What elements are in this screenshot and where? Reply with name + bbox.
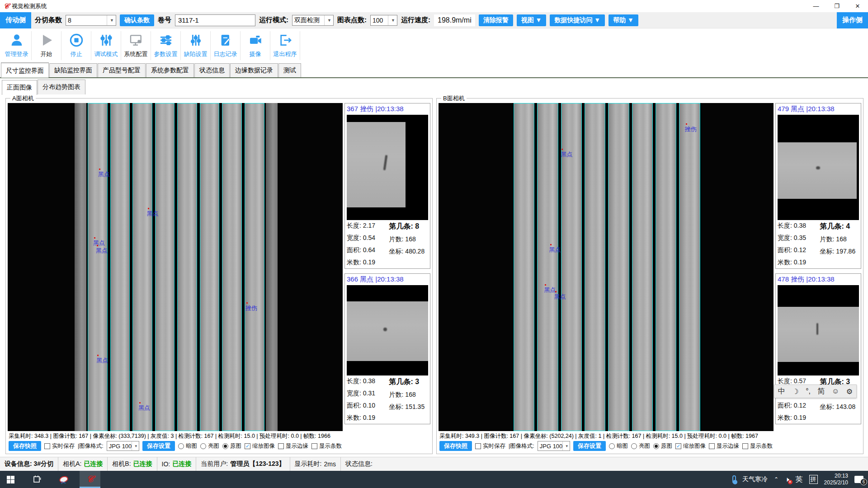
save-snapshot-button[interactable]: 保存快照: [9, 441, 41, 451]
tab-status-info[interactable]: 状态信息: [194, 63, 230, 77]
log-record-button[interactable]: 日志记录: [211, 31, 241, 60]
ime-settings-gear-icon[interactable]: ⚙: [846, 387, 853, 396]
roll-number-label: 卷号: [158, 16, 171, 24]
film-strip: [608, 103, 629, 431]
start-button[interactable]: 开始: [32, 31, 61, 60]
defect-card[interactable]: 478 挫伤 |20:13:38 长度: 0.57 宽度: 0.21 面积: 0…: [775, 273, 861, 424]
defect-thumbnail: [778, 115, 859, 220]
ime-emoji-icon[interactable]: ☺: [832, 387, 839, 395]
ime-chinese-mode[interactable]: 中: [778, 387, 785, 396]
admin-login-button[interactable]: 管理登录: [2, 31, 32, 60]
tab-edge-data-record[interactable]: 边缘数据记录: [230, 63, 278, 77]
system-config-button[interactable]: 系统配置: [121, 31, 151, 60]
image-format-select[interactable]: JPG 100▾: [538, 441, 570, 451]
defect-card[interactable]: 367 挫伤 |20:13:38 长度: 2.17 宽度: 0.54 面积: 0…: [344, 103, 430, 269]
bright-image-radio[interactable]: 亮图: [200, 442, 219, 450]
run-mode-select[interactable]: 双面检测▼: [292, 15, 334, 26]
run-mode-label: 运行模式:: [259, 16, 288, 24]
tab-product-model-config[interactable]: 产品型号配置: [98, 63, 146, 77]
show-edge-checkbox[interactable]: 显示边缘: [709, 442, 739, 450]
image-format-select[interactable]: JPG 100▾: [107, 441, 139, 451]
camera-a-panel-title: A面相机: [10, 94, 36, 103]
data-quick-access-button[interactable]: 数据快捷访问 ▼: [550, 14, 605, 26]
original-image-radio[interactable]: 原图: [222, 442, 241, 450]
muted-speaker-icon[interactable]: 🕨✕: [785, 475, 789, 483]
close-button[interactable]: ✕: [847, 0, 868, 12]
tab-size-monitor[interactable]: 尺寸监控界面: [1, 62, 49, 78]
split-count-select[interactable]: 8▼: [66, 15, 116, 26]
camera-a-defect-list: 367 挫伤 |20:13:38 长度: 2.17 宽度: 0.54 面积: 0…: [344, 103, 430, 452]
stop-button[interactable]: 停止: [61, 31, 91, 60]
zoom-image-checkbox[interactable]: ✓缩放图像: [245, 442, 275, 450]
clear-alarm-button[interactable]: 清除报警: [479, 14, 513, 26]
weather-text[interactable]: 天气寒冷: [742, 475, 768, 483]
film-strip: [514, 103, 534, 431]
notification-center-icon[interactable]: 6: [854, 476, 863, 483]
stat-coordinate: 坐标: 197.86: [820, 248, 859, 256]
exit-program-button[interactable]: 退出程序: [270, 31, 300, 60]
bright-image-radio[interactable]: 亮图: [631, 442, 650, 450]
operator-side-button[interactable]: 操作侧: [837, 12, 868, 28]
taskbar-clock[interactable]: 20:13 2025/2/10: [824, 473, 848, 486]
ime-simplified-toggle[interactable]: 简: [817, 387, 825, 396]
defect-card[interactable]: 366 黑点 |20:13:38 长度: 0.38 宽度: 0.31 面积: 0…: [344, 273, 430, 424]
help-menu-button[interactable]: 帮助 ▼: [609, 14, 638, 26]
camera-b-panel-title: B面相机: [441, 94, 467, 103]
zoom-image-checkbox[interactable]: ✓缩放图像: [675, 442, 706, 450]
taskbar-snipping-tool[interactable]: ✂: [53, 471, 74, 488]
start-button[interactable]: [0, 471, 21, 488]
ime-punctuation-toggle[interactable]: °,: [806, 387, 811, 395]
speed-value: 198.9m/mi: [434, 14, 475, 26]
original-image-radio[interactable]: 原图: [653, 442, 672, 450]
save-settings-button[interactable]: 保存设置: [573, 441, 606, 451]
parameter-settings-button[interactable]: 参数设置: [151, 31, 181, 60]
chart-points-label: 图表点数:: [337, 16, 367, 24]
hidden-icons-chevron[interactable]: ⌃: [774, 476, 778, 483]
show-edge-checkbox[interactable]: 显示边缘: [278, 442, 308, 450]
maximize-button[interactable]: ❐: [826, 0, 847, 12]
tab-system-param-config[interactable]: 系统参数配置: [146, 63, 194, 77]
subtab-trend-chart[interactable]: 分布趋势图表: [38, 80, 85, 94]
drive-side-button[interactable]: 传动侧: [0, 12, 31, 28]
stop-icon: [69, 33, 84, 49]
minimize-button[interactable]: —: [806, 0, 826, 12]
realtime-save-checkbox[interactable]: 实时保存: [475, 442, 505, 450]
dark-image-radio[interactable]: 暗图: [178, 442, 197, 450]
ime-language-indicator[interactable]: 英: [796, 475, 803, 484]
defect-label: 黑点: [549, 246, 561, 254]
confirm-count-button[interactable]: 确认条数: [120, 14, 154, 26]
film-strip: [585, 103, 605, 431]
taskbar-app-tool[interactable]: [27, 471, 48, 488]
ime-halfmoon-icon[interactable]: ☽: [792, 387, 798, 396]
sliders-horizontal-icon: [159, 33, 173, 49]
ime-pinyin-indicator[interactable]: 拼: [809, 475, 818, 484]
chart-points-select[interactable]: 100▼: [370, 15, 397, 26]
dark-image-radio[interactable]: 暗图: [609, 442, 628, 450]
camera-record-button[interactable]: 摄像: [241, 31, 270, 60]
film-strip: [132, 103, 152, 431]
realtime-save-checkbox[interactable]: 实时保存: [44, 442, 75, 450]
window-title: 视觉检测系统: [12, 2, 47, 10]
taskbar-vision-app[interactable]: 𝒞: [80, 471, 100, 488]
debug-mode-button[interactable]: 调试模式: [91, 31, 121, 60]
camera-a-controls: 保存快照 实时保存 |图像格式: JPG 100▾ 保存设置 暗图 亮图 原图 …: [8, 441, 343, 452]
ime-toolbar: 中 ☽ °, 简 ☺ ⚙: [774, 385, 857, 398]
camera-b-conn-status: 已连接: [133, 460, 152, 468]
save-snapshot-button[interactable]: 保存快照: [439, 441, 472, 451]
tab-defect-monitor[interactable]: 缺陷监控界面: [49, 63, 97, 77]
defect-settings-button[interactable]: 缺陷设置: [181, 31, 211, 60]
defect-card[interactable]: 479 黑点 |20:13:38 长度: 0.38 宽度: 0.35 面积: 0…: [775, 103, 861, 269]
defect-thumbnail: [347, 285, 428, 375]
chevron-down-icon: ▼: [388, 15, 395, 25]
top-toolbar: 传动侧 分切条数 8▼ 确认条数 卷号 运行模式: 双面检测▼ 图表点数: 10…: [0, 12, 868, 28]
subtab-front-image[interactable]: 正面图像: [2, 80, 37, 95]
film-strips-a: [75, 103, 277, 431]
show-strip-count-checkbox[interactable]: 显示条数: [742, 442, 773, 450]
app-logo-icon: 𝒞: [4, 2, 9, 10]
save-settings-button[interactable]: 保存设置: [142, 441, 175, 451]
view-menu-button[interactable]: 视图 ▼: [517, 14, 547, 26]
tab-test[interactable]: 测试: [278, 63, 301, 77]
roll-number-input[interactable]: [175, 14, 255, 26]
play-icon: [39, 33, 54, 49]
show-strip-count-checkbox[interactable]: 显示条数: [311, 442, 342, 450]
